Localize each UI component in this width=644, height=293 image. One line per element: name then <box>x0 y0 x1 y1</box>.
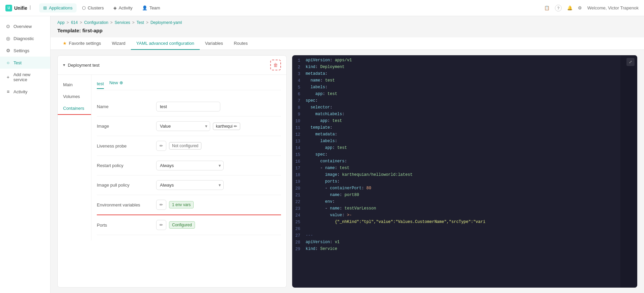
line-number: 21 <box>292 193 306 199</box>
image-pull-select[interactable]: Always Never IfNotPresent <box>156 180 224 190</box>
book-icon[interactable]: 📋 <box>544 5 550 10</box>
delete-button[interactable]: 🗑 <box>270 60 281 70</box>
tab-wizard[interactable]: Wizard <box>106 37 131 50</box>
panel-sidebar-containers[interactable]: Containers <box>58 102 91 115</box>
sidebar-item-diagnostic[interactable]: ◎ Diagnostic <box>0 32 50 44</box>
line-number: 6 <box>292 92 306 98</box>
nav-team-label: Team <box>149 5 160 10</box>
panel-sidebar-main[interactable]: Main <box>58 79 91 91</box>
line-number: 7 <box>292 98 306 105</box>
sidebar-item-test[interactable]: ○ Test <box>0 57 50 69</box>
app-logo: U Unifie I <box>5 4 31 11</box>
line-code: selector: <box>306 105 332 112</box>
line-number: 11 <box>292 125 306 132</box>
liveness-label: Liveness probe <box>97 143 151 149</box>
sidebar-item-add-new-service[interactable]: + Add new service <box>0 69 50 86</box>
line-code: containers: <box>306 159 347 166</box>
line-code: image: karthequian/helloworld:latest <box>306 172 413 179</box>
line-code: value: >- <box>306 213 352 220</box>
line-number: 28 <box>292 240 306 247</box>
liveness-edit-button[interactable]: ✏ <box>156 141 166 151</box>
line-number: 17 <box>292 166 306 172</box>
code-editor[interactable]: 1 apiVersion: apps/v1 2 kind: Deployment… <box>292 55 637 288</box>
code-line: 22 env: <box>292 199 637 206</box>
name-label: Name <box>97 104 151 109</box>
line-number: 12 <box>292 132 306 139</box>
line-code: {"_nhKind":"tpl","value":"Values.Custome… <box>306 220 485 226</box>
form-row-ports: Ports ✏ Configured <box>97 215 281 235</box>
sidebar-test-label: Test <box>13 60 22 65</box>
ports-edit-button[interactable]: ✏ <box>156 220 166 230</box>
main-content: App > 614 > Configuration > Services > T… <box>51 16 644 293</box>
panel-containers-label: Containers <box>63 106 84 111</box>
nav-activity[interactable]: ◈ Activity <box>109 3 137 12</box>
code-line: 11 template: <box>292 125 637 132</box>
tab-yaml[interactable]: YAML advanced configuration <box>131 37 200 50</box>
sidebar-item-activity[interactable]: ≡ Activity <box>0 86 50 98</box>
logo-icon: U <box>5 5 12 11</box>
liveness-value: ✏ Not configured <box>156 141 281 151</box>
code-line: 15 spec: <box>292 152 637 159</box>
name-value <box>156 102 281 111</box>
clusters-icon: ⬡ <box>82 5 86 10</box>
breadcrumb-614[interactable]: 614 <box>71 20 78 25</box>
line-number: 16 <box>292 159 306 166</box>
tab-variables-label: Variables <box>205 41 223 46</box>
restart-select[interactable]: Always Never OnFailure <box>156 161 224 170</box>
breadcrumb-sep-2: > <box>80 20 82 25</box>
breadcrumb-deployment-yaml[interactable]: Deployment-yaml <box>150 20 182 25</box>
page-tabs: ★ Favorite settings Wizard YAML advanced… <box>51 37 644 50</box>
panel-body: Main Volumes Containers <box>58 75 286 240</box>
gear-icon[interactable]: ⚙ <box>578 5 582 10</box>
line-number: 9 <box>292 112 306 119</box>
minimap <box>620 55 637 288</box>
env-vars-edit-button[interactable]: ✏ <box>156 200 166 210</box>
nav-clusters[interactable]: ⬡ Clusters <box>78 3 108 12</box>
image-edit-badge[interactable]: karthequi ✏ <box>213 123 240 130</box>
chevron-down-icon: ▾ <box>63 63 65 67</box>
form-area: test New ⊕ Name <box>91 75 286 240</box>
name-input[interactable] <box>156 102 220 111</box>
nav-applications[interactable]: ⊞ Applications <box>39 3 77 12</box>
line-number: 15 <box>292 152 306 159</box>
diagnostic-icon: ◎ <box>5 36 11 41</box>
nav-divider: I <box>29 4 31 11</box>
panel-sidebar: Main Volumes Containers <box>58 75 91 240</box>
breadcrumb-test[interactable]: Test <box>137 20 144 25</box>
line-code: - name: testVarLesson <box>306 206 376 213</box>
expand-editor-button[interactable]: ⤢ <box>626 58 635 66</box>
tab-routes[interactable]: Routes <box>228 37 253 50</box>
sidebar-item-overview[interactable]: ⊙ Overview <box>0 20 50 32</box>
nav-team[interactable]: 👤 Team <box>138 3 164 12</box>
panel-sidebar-volumes[interactable]: Volumes <box>58 91 91 102</box>
line-number: 27 <box>292 233 306 240</box>
tab-favorite[interactable]: ★ Favorite settings <box>57 37 106 50</box>
env-vars-value: ✏ 1 env vars <box>156 200 281 210</box>
breadcrumb-services[interactable]: Services <box>115 20 130 25</box>
sidebar-item-settings[interactable]: ⚙ Settings <box>0 44 50 57</box>
breadcrumb-configuration[interactable]: Configuration <box>84 20 108 25</box>
form-tab-test[interactable]: test <box>97 81 104 89</box>
code-line: 8 selector: <box>292 105 637 112</box>
line-number: 25 <box>292 220 306 226</box>
tab-variables[interactable]: Variables <box>200 37 228 50</box>
overview-icon: ⊙ <box>5 24 11 29</box>
edit-pencil-icon: ✏ <box>234 124 237 129</box>
code-line: 28 apiVersion: v1 <box>292 240 637 247</box>
image-pull-label: Image pull policy <box>97 183 151 188</box>
top-nav: U Unifie I ⊞ Applications ⬡ Clusters ◈ A… <box>0 0 644 16</box>
ports-label: Ports <box>97 223 151 228</box>
code-line: 3 metadata: <box>292 71 637 78</box>
test-icon: ○ <box>5 60 11 65</box>
breadcrumb-app[interactable]: App <box>57 20 64 25</box>
tab-routes-label: Routes <box>234 41 248 46</box>
line-code: - name: test <box>306 166 349 172</box>
code-line: 20 - containerPort: 80 <box>292 186 637 193</box>
form-tab-new[interactable]: New ⊕ <box>109 80 123 87</box>
breadcrumb-sep-4: > <box>132 20 135 25</box>
image-type-select[interactable]: Value <box>156 121 210 131</box>
ports-badge: Configured <box>169 221 195 229</box>
left-panel: ▾ Deployment test 🗑 Main Volumes <box>57 55 287 288</box>
help-icon[interactable]: ? <box>555 5 562 11</box>
bell-icon[interactable]: 🔔 <box>567 5 572 10</box>
